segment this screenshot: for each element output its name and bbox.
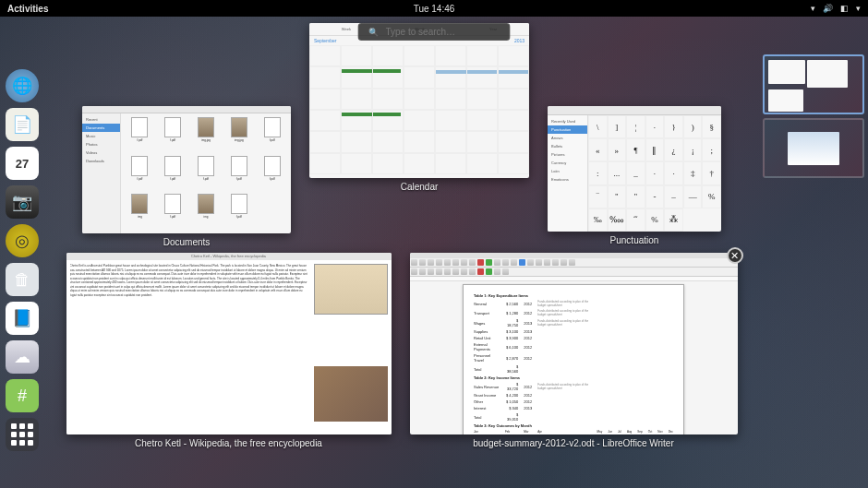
workspace-switcher <box>759 51 868 182</box>
characters-thumbnail[interactable]: Recently UsedPunctuationArrowsBulletsPic… <box>548 106 721 232</box>
libreoffice-thumbnail[interactable]: Table 1: Key Expenditure ItemsGeneral$ 2… <box>410 253 738 434</box>
window-overview: RecentDocumentsMusicPhotosVideosDownload… <box>51 51 753 479</box>
window-label: Documents <box>163 237 211 247</box>
dash-web-browser[interactable]: 🌐 <box>6 69 39 102</box>
workspace-2[interactable] <box>763 118 864 178</box>
dash-libreoffice[interactable]: 📘 <box>6 302 39 335</box>
wifi-icon: ▾ <box>811 4 815 13</box>
window-libreoffice-writer[interactable]: ✕ Table 1: Key Expenditure ItemsGeneral$… <box>410 253 738 448</box>
show-applications-button[interactable] <box>6 418 39 451</box>
dash-trash[interactable]: 🗑 <box>6 263 39 296</box>
dash-files[interactable]: 📄 <box>6 108 39 141</box>
close-window-button[interactable]: ✕ <box>727 247 743 264</box>
dash: 🌐 📄 27 📷 ◎ 🗑 📘 ☁ # <box>3 69 42 451</box>
search-input[interactable] <box>386 27 500 37</box>
activities-button[interactable]: Activities <box>7 4 48 14</box>
search-icon: 🔍 <box>368 28 379 37</box>
dash-weather[interactable]: ☁ <box>6 340 39 374</box>
window-documents[interactable]: RecentDocumentsMusicPhotosVideosDownload… <box>82 106 291 247</box>
status-area[interactable]: ▾ 🔊 ◧ ▾ <box>811 4 861 13</box>
window-label: Punctuation <box>610 235 659 245</box>
dash-music[interactable]: ◎ <box>6 224 39 257</box>
calendar-thumbnail[interactable]: WeekMonthYear September2013 <box>309 23 529 178</box>
top-panel: Activities Tue 14:46 ▾ 🔊 ◧ ▾ <box>0 0 868 17</box>
apps-grid-icon <box>11 423 33 446</box>
window-label: budget-summary-2012-v2.odt - LibreOffice… <box>473 438 674 448</box>
arrow-down-icon: ▾ <box>856 4 861 13</box>
dash-calendar[interactable]: 27 <box>6 147 39 180</box>
window-label: Calendar <box>401 182 439 192</box>
clock[interactable]: Tue 14:46 <box>414 4 455 14</box>
overview-search: 🔍 <box>358 23 511 41</box>
window-characters[interactable]: Recently UsedPunctuationArrowsBulletsPic… <box>548 106 721 247</box>
documents-thumbnail[interactable]: RecentDocumentsMusicPhotosVideosDownload… <box>82 106 291 233</box>
dash-photos[interactable]: 📷 <box>6 185 39 219</box>
battery-icon: ◧ <box>840 4 849 13</box>
window-browser-wikipedia[interactable]: Chetro Ketl - Wikipedia, the free encycl… <box>66 253 392 448</box>
window-calendar[interactable]: WeekMonthYear September2013 Calendar <box>309 51 529 247</box>
workspace-1[interactable] <box>763 54 864 114</box>
window-label: Chetro Ketl - Wikipedia, the free encycl… <box>135 438 322 448</box>
volume-icon: 🔊 <box>823 4 833 13</box>
wikipedia-thumbnail[interactable]: Chetro Ketl - Wikipedia, the free encycl… <box>66 253 392 434</box>
dash-chat[interactable]: # <box>6 379 39 412</box>
search-field[interactable]: 🔍 <box>358 23 511 41</box>
